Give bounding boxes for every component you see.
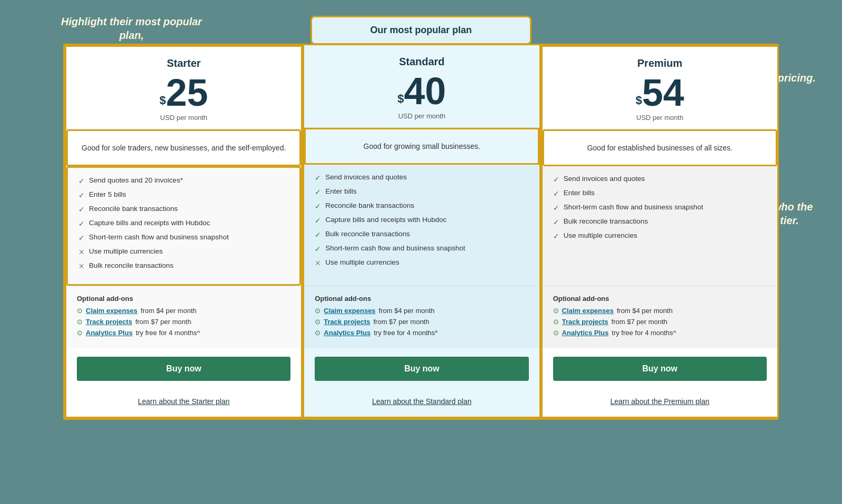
addon-icon: ⊙ bbox=[315, 329, 320, 337]
premium-addon-1: ⊙ Claim expenses from $4 per month bbox=[553, 307, 767, 315]
check-icon: ✓ bbox=[78, 191, 85, 199]
premium-currency: $ bbox=[636, 94, 642, 107]
premium-feature-2: ✓ Enter bills bbox=[553, 189, 767, 198]
starter-feature-3: ✓ Reconcile bank transactions bbox=[78, 205, 289, 214]
check-icon: ✓ bbox=[78, 205, 85, 214]
plan-col-standard: Standard $ 40 USD per month Good for gro… bbox=[303, 45, 540, 418]
check-icon: ✓ bbox=[315, 216, 321, 225]
cross-icon: ✕ bbox=[315, 259, 321, 267]
addon-link-expenses[interactable]: Claim expenses bbox=[324, 307, 375, 315]
starter-features: ✓ Send quotes and 20 invoices* ✓ Enter 5… bbox=[66, 166, 301, 286]
starter-feature-2: ✓ Enter 5 bills bbox=[78, 190, 289, 199]
standard-features: ✓ Send invoices and quotes ✓ Enter bills… bbox=[304, 165, 539, 286]
starter-buy-button[interactable]: Buy now bbox=[77, 357, 290, 381]
starter-header: Starter $ 25 USD per month bbox=[66, 47, 301, 129]
standard-price: 40 bbox=[404, 72, 446, 110]
premium-description: Good for established businesses of all s… bbox=[543, 129, 777, 166]
addon-rest: from $4 per month bbox=[141, 307, 196, 315]
feature-text: Enter 5 bills bbox=[89, 190, 126, 198]
standard-feature-1: ✓ Send invoices and quotes bbox=[315, 173, 528, 182]
addon-link-expenses[interactable]: Claim expenses bbox=[86, 307, 137, 315]
cross-icon: ✕ bbox=[78, 262, 85, 270]
check-icon: ✓ bbox=[78, 234, 85, 242]
popular-banner-wrapper: Our most popular plan bbox=[32, 16, 810, 45]
premium-header: Premium $ 54 USD per month bbox=[543, 47, 777, 129]
standard-buy-button[interactable]: Buy now bbox=[315, 357, 528, 381]
standard-learn: Learn about the Standard plan bbox=[304, 389, 539, 417]
cross-icon: ✕ bbox=[78, 248, 85, 256]
feature-text: Send invoices and quotes bbox=[325, 173, 407, 181]
addon-rest: from $7 per month bbox=[373, 318, 429, 326]
premium-learn-link[interactable]: Learn about the Premium plan bbox=[610, 397, 709, 406]
feature-text: Short-term cash flow and business snapsh… bbox=[325, 244, 465, 252]
addon-rest: try free for 4 months^ bbox=[136, 329, 200, 337]
feature-text: Reconcile bank transactions bbox=[89, 205, 178, 213]
starter-buy: Buy now bbox=[66, 348, 301, 389]
check-icon: ✓ bbox=[553, 204, 559, 212]
feature-text: Bulk reconcile transactions bbox=[564, 217, 648, 225]
check-icon: ✓ bbox=[553, 232, 559, 240]
addon-rest: from $7 per month bbox=[612, 318, 667, 326]
addon-link-analytics[interactable]: Analytics Plus bbox=[86, 329, 133, 337]
standard-feature-7: ✕ Use multiple currencies bbox=[315, 258, 528, 267]
feature-text: Use multiple currencies bbox=[564, 231, 637, 239]
addon-link-projects[interactable]: Track projects bbox=[86, 318, 132, 326]
premium-addon-2: ⊙ Track projects from $7 per month bbox=[553, 318, 767, 326]
starter-feature-5: ✓ Short-term cash flow and business snap… bbox=[78, 233, 289, 242]
standard-price-row: $ 40 bbox=[315, 72, 528, 110]
addon-icon: ⊙ bbox=[553, 307, 559, 315]
addon-rest: try free for 4 months* bbox=[374, 329, 437, 337]
standard-header: Standard $ 40 USD per month bbox=[304, 45, 539, 128]
premium-price: 54 bbox=[642, 74, 684, 112]
page-wrapper: Highlight their most popular plan, which… bbox=[0, 0, 842, 504]
standard-feature-6: ✓ Short-term cash flow and business snap… bbox=[315, 244, 528, 253]
popular-banner-text: Our most popular plan bbox=[370, 25, 472, 35]
feature-text: Bulk reconcile transactions bbox=[89, 261, 174, 269]
addon-rest: try free for 4 months^ bbox=[612, 329, 676, 337]
feature-text: Send quotes and 20 invoices* bbox=[89, 176, 183, 184]
premium-price-row: $ 54 bbox=[553, 74, 767, 112]
feature-text: Use multiple currencies bbox=[325, 258, 399, 266]
standard-feature-4: ✓ Capture bills and receipts with Hubdoc bbox=[315, 216, 528, 225]
premium-buy-button[interactable]: Buy now bbox=[553, 357, 767, 381]
feature-text: Bulk reconcile transactions bbox=[325, 230, 410, 238]
starter-addon-1: ⊙ Claim expenses from $4 per month bbox=[77, 307, 290, 315]
standard-feature-3: ✓ Reconcile bank transactions bbox=[315, 201, 528, 210]
starter-addon-2: ⊙ Track projects from $7 per month bbox=[77, 318, 290, 326]
standard-addon-3: ⊙ Analytics Plus try free for 4 months* bbox=[315, 329, 528, 337]
addon-icon: ⊙ bbox=[77, 307, 83, 315]
premium-features: ✓ Send invoices and quotes ✓ Enter bills… bbox=[543, 166, 777, 286]
starter-name: Starter bbox=[77, 57, 290, 69]
addon-link-expenses[interactable]: Claim expenses bbox=[562, 307, 614, 315]
standard-buy: Buy now bbox=[304, 348, 539, 389]
standard-name: Standard bbox=[315, 56, 528, 68]
check-icon: ✓ bbox=[315, 245, 321, 253]
standard-period: USD per month bbox=[315, 112, 528, 120]
standard-addons-title: Optional add-ons bbox=[315, 295, 528, 303]
starter-addon-3: ⊙ Analytics Plus try free for 4 months^ bbox=[77, 329, 290, 337]
addon-link-analytics[interactable]: Analytics Plus bbox=[324, 329, 370, 337]
addon-icon: ⊙ bbox=[77, 318, 83, 326]
premium-period: USD per month bbox=[553, 114, 767, 122]
premium-learn: Learn about the Premium plan bbox=[543, 389, 777, 417]
premium-addons: Optional add-ons ⊙ Claim expenses from $… bbox=[543, 286, 777, 348]
check-icon: ✓ bbox=[315, 174, 321, 182]
starter-period: USD per month bbox=[77, 114, 290, 122]
standard-addon-1: ⊙ Claim expenses from $4 per month bbox=[315, 307, 528, 315]
addon-link-projects[interactable]: Track projects bbox=[324, 318, 370, 326]
feature-text: Enter bills bbox=[325, 187, 356, 195]
standard-addons: Optional add-ons ⊙ Claim expenses from $… bbox=[304, 286, 539, 348]
starter-learn-link[interactable]: Learn about the Starter plan bbox=[138, 397, 229, 406]
premium-feature-5: ✓ Use multiple currencies bbox=[553, 231, 767, 240]
standard-learn-link[interactable]: Learn about the Standard plan bbox=[372, 397, 472, 406]
addon-link-projects[interactable]: Track projects bbox=[562, 318, 608, 326]
addon-link-analytics[interactable]: Analytics Plus bbox=[562, 329, 609, 337]
addon-icon: ⊙ bbox=[315, 318, 320, 326]
check-icon: ✓ bbox=[315, 230, 321, 239]
check-icon: ✓ bbox=[553, 218, 559, 226]
starter-feature-7: ✕ Bulk reconcile transactions bbox=[78, 261, 289, 270]
starter-description: Good for sole traders, new businesses, a… bbox=[66, 129, 301, 166]
premium-feature-4: ✓ Bulk reconcile transactions bbox=[553, 217, 767, 226]
feature-text: Reconcile bank transactions bbox=[325, 201, 414, 209]
starter-price: 25 bbox=[166, 74, 208, 112]
